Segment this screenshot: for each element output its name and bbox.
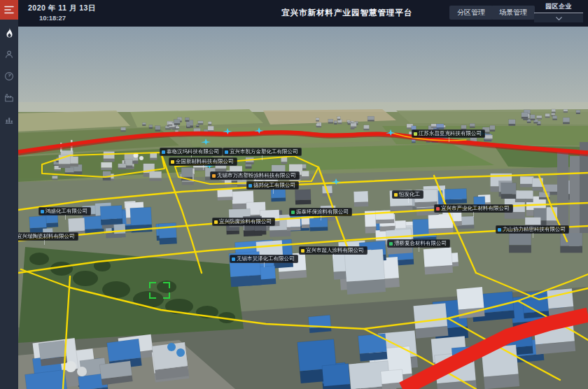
- company-marker-icon: [436, 207, 440, 211]
- company-label-text: 宜兴瑞陶瓷材料有限公司: [18, 233, 75, 240]
- label-leader-line: [65, 215, 66, 220]
- company-label-text: 德邦化工有限公司: [253, 182, 295, 189]
- company-marker-icon: [414, 132, 417, 136]
- sidebar-item-statistics[interactable]: [0, 111, 18, 128]
- screen: 2020 年 11 月 13日 10:18:27 宜兴市新材料产业园智慧管理平台…: [0, 0, 588, 389]
- scene-manage-button[interactable]: 场景管理: [491, 6, 535, 20]
- company-label-text: 力山协力精密科技有限公司: [503, 226, 566, 233]
- sidebar-item-fire[interactable]: [0, 24, 18, 41]
- company-marker-icon: [394, 193, 398, 197]
- company-label[interactable]: 宜兴瑞陶瓷材料有限公司: [18, 232, 78, 241]
- company-marker-icon: [214, 220, 218, 224]
- company-marker-icon: [301, 249, 304, 253]
- company-label[interactable]: 宜兴防腐涂料有限公司: [212, 218, 275, 226]
- company-marker-icon: [389, 242, 393, 246]
- company-label[interactable]: 无锡市昊泽化工有限公司: [230, 255, 298, 263]
- company-label[interactable]: 宜兴市超人涂料有限公司: [299, 246, 368, 255]
- factory-icon: [4, 93, 14, 103]
- company-label[interactable]: 鸿盛化工有限公司: [38, 207, 91, 215]
- company-label[interactable]: 漕桥复合材料有限公司: [387, 239, 450, 248]
- enterprise-dropdown-toggle[interactable]: [534, 14, 583, 22]
- company-label-text: 泰格汉玛科技有限公司: [167, 148, 219, 155]
- company-label-text: 宜兴市凯方金塑化工有限公司: [230, 148, 298, 155]
- company-label[interactable]: 泰格汉玛科技有限公司: [160, 148, 223, 156]
- company-label-text: 无锡市万杰塑粉涂料科技有限公司: [217, 172, 296, 179]
- bracket-corner: [163, 292, 170, 299]
- company-label[interactable]: 恒发化工: [392, 190, 424, 199]
- chevron-down-icon: [556, 17, 562, 20]
- company-label-text: 宜兴防腐涂料有限公司: [219, 218, 272, 225]
- company-label[interactable]: 宜兴市凯方金塑化工有限公司: [223, 148, 302, 156]
- sidebar-item-monitor[interactable]: [0, 68, 18, 85]
- company-label-text: 鸿盛化工有限公司: [46, 208, 88, 215]
- label-leader-line: [244, 225, 244, 230]
- company-label-text: 振泰环保涂料有限公司: [296, 208, 349, 215]
- zone-manage-button[interactable]: 分区管理: [449, 6, 493, 20]
- company-label[interactable]: 全国新材料科技有限公司: [169, 157, 237, 166]
- enterprise-dropdown[interactable]: 园区企业: [534, 2, 583, 22]
- company-marker-icon: [225, 150, 228, 154]
- company-label[interactable]: 江苏永昌亚克科技有限公司: [412, 129, 485, 138]
- bracket-corner: [149, 282, 156, 288]
- company-label-text: 宜兴市超人涂料有限公司: [306, 247, 364, 254]
- company-marker-icon: [232, 257, 235, 261]
- sidebar-item-personnel[interactable]: [0, 46, 18, 63]
- company-marker-icon: [291, 211, 295, 214]
- label-leader-line: [44, 240, 45, 245]
- company-marker-icon: [212, 174, 216, 178]
- bar-chart-icon: [4, 115, 14, 125]
- company-marker-icon: [171, 160, 174, 164]
- sidebar: [0, 0, 18, 389]
- label-leader-line: [419, 247, 419, 252]
- label-leader-line: [264, 262, 265, 267]
- label-leader-line: [203, 165, 204, 170]
- worker-icon: [4, 50, 14, 59]
- gauge-icon: [4, 71, 14, 81]
- divider: [534, 13, 583, 13]
- date-display: 2020 年 11 月 13日: [28, 3, 96, 13]
- label-leader-line: [273, 189, 274, 194]
- company-label-text: 江苏永昌亚克科技有限公司: [419, 130, 482, 137]
- page-title: 宜兴市新材料产业园智慧管理平台: [281, 8, 413, 18]
- company-marker-icon: [498, 228, 501, 232]
- company-marker-icon: [41, 210, 44, 213]
- company-label[interactable]: 力山协力精密科技有限公司: [496, 225, 569, 234]
- label-leader-line: [321, 215, 321, 220]
- hamburger-menu-button[interactable]: [0, 0, 18, 20]
- company-label-text: 漕桥复合材料有限公司: [394, 240, 447, 247]
- label-leader-line: [262, 155, 262, 160]
- flame-icon: [5, 28, 14, 38]
- company-marker-icon: [248, 184, 252, 188]
- company-label[interactable]: 振泰环保涂料有限公司: [289, 208, 352, 216]
- selection-brackets: [149, 282, 170, 299]
- bracket-corner: [163, 282, 170, 288]
- label-leader-line: [449, 137, 449, 142]
- company-label-text: 宜兴市产业化工材料有限公司: [441, 205, 510, 212]
- company-label[interactable]: 无锡市万杰塑粉涂料科技有限公司: [210, 171, 300, 180]
- company-label-text: 全国新材料科技有限公司: [176, 158, 234, 165]
- bracket-corner: [149, 292, 156, 299]
- map-3d-view[interactable]: 泰格汉玛科技有限公司宜兴市凯方金塑化工有限公司全国新材料科技有限公司无锡市万杰塑…: [18, 27, 588, 389]
- time-display: 10:18:27: [39, 14, 66, 22]
- top-bar: 2020 年 11 月 13日 10:18:27 宜兴市新材料产业园智慧管理平台…: [18, 0, 588, 27]
- company-label[interactable]: 宜兴市产业化工材料有限公司: [434, 204, 513, 213]
- hamburger-icon: [4, 6, 14, 14]
- sidebar-item-factory[interactable]: [0, 90, 18, 106]
- label-leader-line: [473, 212, 474, 217]
- company-marker-icon: [162, 150, 165, 154]
- company-label-text: 无锡市昊泽化工有限公司: [237, 255, 295, 262]
- label-leader-line: [408, 198, 409, 203]
- company-label-text: 恒发化工: [399, 191, 420, 198]
- enterprise-dropdown-label: 园区企业: [534, 2, 583, 11]
- label-leader-line: [333, 254, 334, 259]
- company-label[interactable]: 德邦化工有限公司: [246, 181, 299, 190]
- label-leader-line: [533, 233, 533, 238]
